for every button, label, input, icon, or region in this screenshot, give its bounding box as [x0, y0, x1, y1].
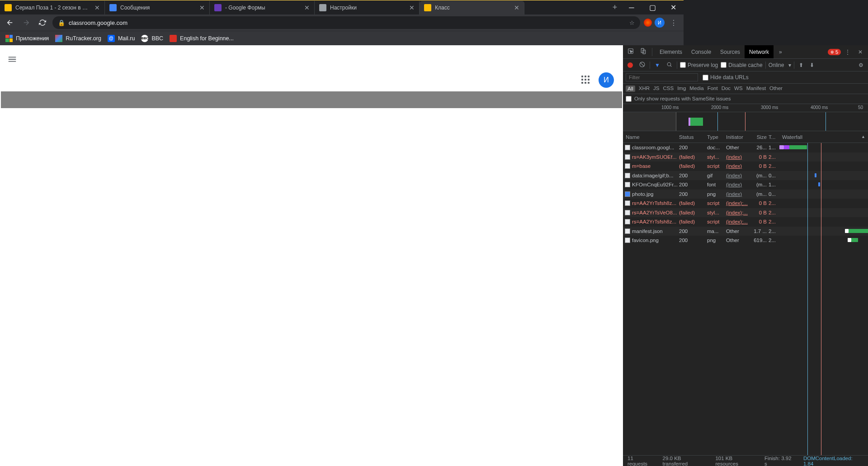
cell-name: rs=AA2YrTsfsh8z... — [632, 219, 679, 224]
bookmark-item[interactable]: RuTracker.org — [55, 35, 101, 42]
network-row[interactable]: photo.jpg 200 png (index) (m... 0... — [623, 190, 684, 199]
tab-close-icon[interactable]: ✕ — [304, 4, 310, 11]
inspect-icon[interactable] — [625, 48, 637, 56]
address-bar: 🔒 classroom.google.com ☆ И ⋮ — [0, 14, 684, 31]
cell-status: (failed) — [679, 210, 684, 215]
network-toolbar: ▼ Preserve log Disable cache Online ▾ ⬆ … — [623, 59, 684, 71]
browser-tab[interactable]: Настройки✕ — [315, 1, 420, 14]
bookmark-label: Mail.ru — [118, 35, 135, 42]
cell-status: 200 — [679, 173, 684, 178]
bookmark-item[interactable]: BBCBBC — [141, 35, 163, 42]
forward-button[interactable] — [20, 16, 33, 29]
network-row[interactable]: rs=AA2YrTsfsh8z... (failed) script (inde… — [623, 199, 684, 208]
page-content: И — [0, 45, 623, 366]
devtools-tab-elements[interactable]: Elements — [655, 45, 684, 58]
loading-skeleton — [1, 91, 622, 108]
type-filter-css[interactable]: CSS — [663, 86, 674, 92]
bookmark-favicon — [55, 35, 62, 42]
device-toggle-icon[interactable] — [637, 48, 649, 56]
network-timeline[interactable]: 1000 ms2000 ms3000 ms4000 ms50 — [623, 104, 684, 131]
tab-close-icon[interactable]: ✕ — [94, 4, 100, 11]
samesite-label: Only show requests with SameSite issues — [634, 96, 684, 102]
extension-icon[interactable] — [644, 19, 652, 27]
col-name[interactable]: Name — [623, 134, 679, 140]
type-filter-row: AllXHRJSCSSImgMediaFontDocWSManifestOthe… — [623, 84, 684, 94]
tab-favicon — [5, 4, 12, 11]
type-filter-js[interactable]: JS — [653, 86, 659, 92]
cell-status: 200 — [679, 238, 684, 243]
bookmark-item[interactable]: @Mail.ru — [108, 35, 135, 42]
cell-status: 200 — [679, 228, 684, 234]
file-icon — [625, 210, 630, 215]
profile-avatar[interactable]: И — [655, 18, 665, 28]
bookmarks-bar: ПриложенияRuTracker.org@Mail.ruBBCBBCEng… — [0, 31, 684, 45]
tab-label: Настройки — [330, 5, 406, 11]
network-row[interactable]: rs=AK3ymSUOEf... (failed) styl... (index… — [623, 152, 684, 162]
type-filter-all[interactable]: All — [626, 86, 635, 92]
clear-button[interactable] — [637, 62, 647, 69]
record-button[interactable] — [626, 62, 635, 68]
network-row[interactable]: favicon.png 200 png Other 619... 2... — [623, 236, 684, 245]
tab-close-icon[interactable]: ✕ — [199, 4, 205, 11]
back-button[interactable] — [4, 16, 16, 29]
cell-name: rs=AA2YrTsfsh8z... — [632, 200, 679, 206]
browser-tab[interactable]: Класс✕ — [420, 1, 524, 14]
samesite-checkbox[interactable] — [626, 96, 632, 102]
file-icon — [625, 182, 630, 187]
cell-name: rs=AK3ymSUOEf... — [632, 154, 679, 160]
cell-status: (failed) — [679, 154, 684, 160]
cell-name: photo.jpg — [632, 191, 679, 197]
network-row[interactable]: KFOmCnqEu92Fr... 200 font (index) (m... … — [623, 180, 684, 190]
network-row[interactable]: rs=AA2YrTsVeO8... (failed) styl... (inde… — [623, 208, 684, 218]
tab-close-icon[interactable]: ✕ — [409, 4, 415, 11]
maximize-button[interactable]: ▢ — [642, 0, 663, 14]
network-row[interactable]: data:image/gif;b... 200 gif (index) (m..… — [623, 171, 684, 181]
network-table-body: classroom.googl... 200 doc... Other 26..… — [623, 143, 684, 366]
reload-button[interactable] — [36, 16, 49, 29]
account-avatar[interactable]: И — [599, 72, 614, 88]
bookmark-label: Приложения — [16, 35, 49, 42]
bookmark-label: RuTracker.org — [66, 35, 101, 42]
network-row[interactable]: classroom.googl... 200 doc... Other 26..… — [623, 143, 684, 152]
bookmark-favicon — [170, 35, 177, 42]
url-text: classroom.google.com — [69, 19, 127, 26]
google-apps-icon[interactable] — [581, 76, 590, 85]
hamburger-menu-icon[interactable] — [7, 54, 18, 65]
browser-tab[interactable]: Сериал Поза 1 - 2 сезон в HD 7...✕ — [0, 1, 105, 14]
cell-name: manifest.json — [632, 228, 679, 234]
file-icon — [625, 154, 630, 160]
bookmark-item[interactable]: English for Beginne... — [170, 35, 234, 42]
bookmark-label: English for Beginne... — [180, 35, 234, 42]
tab-close-icon[interactable]: ✕ — [514, 4, 519, 11]
bookmark-item[interactable]: Приложения — [5, 35, 49, 42]
filter-input[interactable] — [626, 73, 684, 81]
lock-icon: 🔒 — [58, 19, 65, 26]
network-table-header[interactable]: Name Status Type Initiator Size T... Wat… — [623, 131, 684, 143]
new-tab-button[interactable]: + — [609, 0, 621, 14]
preserve-log-checkbox[interactable]: Preserve log — [680, 62, 684, 68]
type-filter-xhr[interactable]: XHR — [639, 86, 650, 92]
type-filter-img[interactable]: Img — [677, 86, 684, 92]
network-row[interactable]: manifest.json 200 ma... Other 1.7 ... 2.… — [623, 227, 684, 236]
network-row[interactable]: m=base (failed) script (index) 0 B 2... — [623, 162, 684, 171]
browser-tab[interactable]: Сообщения✕ — [105, 1, 210, 14]
bookmark-favicon — [5, 35, 13, 42]
file-icon — [625, 200, 630, 206]
omnibox[interactable]: 🔒 classroom.google.com ☆ — [52, 16, 640, 29]
col-status[interactable]: Status — [679, 134, 684, 140]
close-window-button[interactable]: ✕ — [663, 0, 684, 14]
tab-favicon — [214, 4, 222, 11]
bookmark-label: BBC — [151, 35, 163, 42]
network-row[interactable]: rs=AA2YrTsfsh8z... (failed) script (inde… — [623, 217, 684, 227]
search-icon[interactable] — [665, 62, 674, 69]
devtools-tablist: ElementsConsoleSourcesNetwork » ⊗5 ⋮ ✕ — [623, 45, 684, 59]
browser-menu-button[interactable]: ⋮ — [667, 16, 680, 29]
tab-label: Сообщения — [120, 5, 196, 11]
browser-tab[interactable]: - Google Формы✕ — [210, 1, 315, 14]
star-icon[interactable]: ☆ — [629, 19, 635, 26]
tab-strip: Сериал Поза 1 - 2 сезон в HD 7...✕Сообще… — [0, 0, 609, 14]
cell-status: 200 — [679, 191, 684, 197]
minimize-button[interactable]: ─ — [621, 0, 642, 14]
file-icon — [625, 163, 630, 169]
filter-toggle-icon[interactable]: ▼ — [653, 62, 662, 68]
